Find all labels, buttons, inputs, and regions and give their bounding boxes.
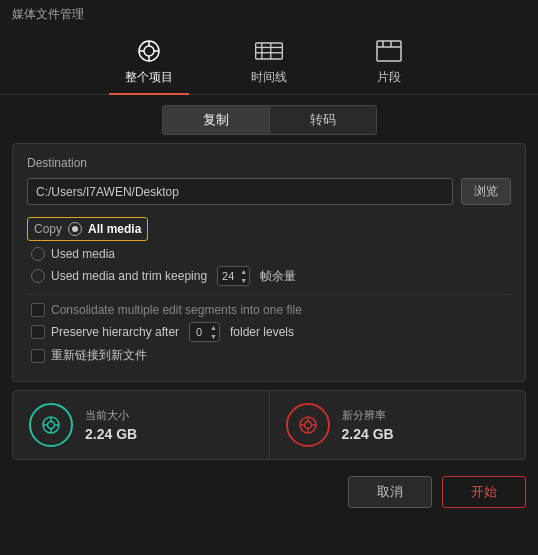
all-media-label: All media	[88, 222, 141, 236]
divider-1	[27, 294, 511, 295]
preserve-arrows: ▲ ▼	[208, 323, 219, 341]
used-media-trim-row[interactable]: Used media and trim keeping 24 ▲ ▼ 帧余量	[31, 266, 511, 286]
sub-tab-row: 复制 转码	[0, 95, 538, 143]
preserve-spinner[interactable]: 0 ▲ ▼	[189, 322, 220, 342]
current-size-title: 当前大小	[85, 408, 137, 423]
tab-row: 整个项目 时间线 片段	[0, 29, 538, 95]
preserve-label-2: folder levels	[230, 325, 294, 339]
svg-point-1	[144, 46, 154, 56]
current-size-value: 2.24 GB	[85, 426, 137, 442]
destination-label: Destination	[27, 156, 511, 170]
relink-label: 重新链接到新文件	[51, 347, 147, 364]
new-resolution-text: 新分辨率 2.24 GB	[342, 408, 394, 442]
tab-clip-label: 片段	[377, 69, 401, 86]
used-media-label: Used media	[51, 247, 115, 261]
start-button[interactable]: 开始	[442, 476, 526, 508]
cancel-button[interactable]: 取消	[348, 476, 432, 508]
tab-timeline[interactable]: 时间线	[229, 37, 309, 94]
svg-point-22	[304, 422, 311, 429]
footer: 取消 开始	[0, 468, 538, 516]
sub-tab-copy[interactable]: 复制	[162, 105, 270, 135]
used-media-trim-radio[interactable]	[31, 269, 45, 283]
svg-point-16	[48, 422, 55, 429]
main-panel: Destination 浏览 Copy All media Used media…	[12, 143, 526, 382]
window-title: 媒体文件管理	[12, 7, 84, 21]
browse-button[interactable]: 浏览	[461, 178, 511, 205]
trim-value: 24	[218, 270, 238, 282]
preserve-up-arrow[interactable]: ▲	[208, 323, 219, 332]
new-resolution-icon	[286, 403, 330, 447]
tab-whole-project-label: 整个项目	[125, 69, 173, 86]
destination-input[interactable]	[27, 178, 453, 205]
used-media-row[interactable]: Used media	[31, 247, 511, 261]
consolidate-row: Consolidate multiple edit segments into …	[31, 303, 511, 317]
current-size-card: 当前大小 2.24 GB	[13, 391, 269, 459]
title-bar: 媒体文件管理	[0, 0, 538, 29]
current-size-icon	[29, 403, 73, 447]
trim-up-arrow[interactable]: ▲	[238, 267, 249, 276]
new-resolution-card: 新分辨率 2.24 GB	[270, 391, 526, 459]
consolidate-checkbox[interactable]	[31, 303, 45, 317]
preserve-hierarchy-row: Preserve hierarchy after 0 ▲ ▼ folder le…	[31, 322, 511, 342]
trim-unit-label: 帧余量	[260, 268, 296, 285]
current-size-text: 当前大小 2.24 GB	[85, 408, 137, 442]
clip-icon	[373, 37, 405, 65]
consolidate-label: Consolidate multiple edit segments into …	[51, 303, 302, 317]
info-cards: 当前大小 2.24 GB 新分辨率 2.24 GB	[12, 390, 526, 460]
used-media-radio[interactable]	[31, 247, 45, 261]
svg-rect-6	[256, 43, 283, 59]
sub-tab-transcode[interactable]: 转码	[270, 105, 377, 135]
new-resolution-value: 2.24 GB	[342, 426, 394, 442]
new-resolution-title: 新分辨率	[342, 408, 394, 423]
trim-spinner[interactable]: 24 ▲ ▼	[217, 266, 250, 286]
timeline-icon	[253, 37, 285, 65]
trim-arrows: ▲ ▼	[238, 267, 249, 285]
relink-checkbox[interactable]	[31, 349, 45, 363]
used-media-trim-label: Used media and trim keeping	[51, 269, 207, 283]
preserve-value: 0	[190, 326, 208, 338]
tab-timeline-label: 时间线	[251, 69, 287, 86]
preserve-checkbox[interactable]	[31, 325, 45, 339]
preserve-down-arrow[interactable]: ▼	[208, 332, 219, 341]
all-media-radio[interactable]	[68, 222, 82, 236]
copy-all-media-row[interactable]: Copy All media	[27, 217, 148, 241]
trim-down-arrow[interactable]: ▼	[238, 276, 249, 285]
tab-clip[interactable]: 片段	[349, 37, 429, 94]
preserve-label-1: Preserve hierarchy after	[51, 325, 179, 339]
resolve-icon	[133, 37, 165, 65]
tab-whole-project[interactable]: 整个项目	[109, 37, 189, 94]
svg-rect-11	[377, 41, 401, 61]
destination-row: 浏览	[27, 178, 511, 205]
relink-row: 重新链接到新文件	[31, 347, 511, 364]
copy-label: Copy	[34, 222, 62, 236]
